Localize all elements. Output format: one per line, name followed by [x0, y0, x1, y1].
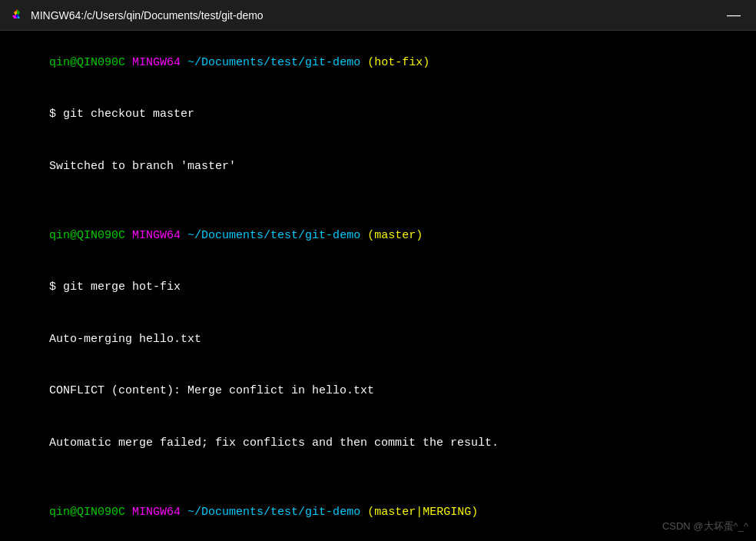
terminal-line-8: CONFLICT (content): Merge conflict in he…: [8, 366, 748, 418]
terminal-line-9: Automatic merge failed; fix conflicts an…: [8, 417, 748, 470]
terminal-line-12: $ cat hello.txt: [8, 539, 748, 542]
terminal-line-1: qin@QIN090C MINGW64 ~/Documents/test/git…: [8, 37, 748, 89]
terminal-line-11: qin@QIN090C MINGW64 ~/Documents/test/git…: [8, 486, 748, 539]
terminal-line-5: qin@QIN090C MINGW64 ~/Documents/test/git…: [8, 210, 748, 262]
terminal-line-3: Switched to branch 'master': [8, 141, 748, 193]
app-icon: [9, 8, 25, 23]
prompt-mingw-1: MINGW64: [132, 56, 181, 69]
terminal-line-empty-2: [8, 470, 748, 487]
prompt-branch-2: (master): [367, 229, 423, 242]
prompt-mingw-2: MINGW64: [132, 229, 181, 242]
terminal-line-empty-1: [8, 193, 748, 211]
terminal-line-6: $ git merge hot-fix: [8, 262, 748, 314]
terminal: qin@QIN090C MINGW64 ~/Documents/test/git…: [0, 31, 756, 541]
terminal-line-7: Auto-merging hello.txt: [8, 314, 748, 366]
title-bar-left: MINGW64:/c/Users/qin/Documents/test/git-…: [9, 8, 264, 23]
title-text: MINGW64:/c/Users/qin/Documents/test/git-…: [31, 9, 264, 22]
prompt-user-2: qin@QIN090C: [49, 229, 125, 242]
prompt-user-1: qin@QIN090C: [49, 56, 125, 69]
title-bar-controls: —: [721, 7, 747, 23]
prompt-branch-1: (hot-fix): [367, 56, 429, 69]
prompt-user-3: qin@QIN090C: [49, 506, 125, 519]
prompt-branch-3: (master|MERGING): [367, 506, 478, 519]
prompt-mingw-3: MINGW64: [132, 506, 181, 519]
prompt-path-2: ~/Documents/test/git-demo: [187, 229, 360, 242]
window: MINGW64:/c/Users/qin/Documents/test/git-…: [0, 0, 756, 541]
prompt-path-1: ~/Documents/test/git-demo: [187, 56, 360, 69]
watermark: CSDN @大坏蛋^_^: [662, 519, 748, 533]
minimize-button[interactable]: —: [721, 7, 747, 23]
terminal-line-2: $ git checkout master: [8, 89, 748, 141]
prompt-path-3: ~/Documents/test/git-demo: [187, 506, 360, 519]
title-bar: MINGW64:/c/Users/qin/Documents/test/git-…: [0, 0, 756, 31]
